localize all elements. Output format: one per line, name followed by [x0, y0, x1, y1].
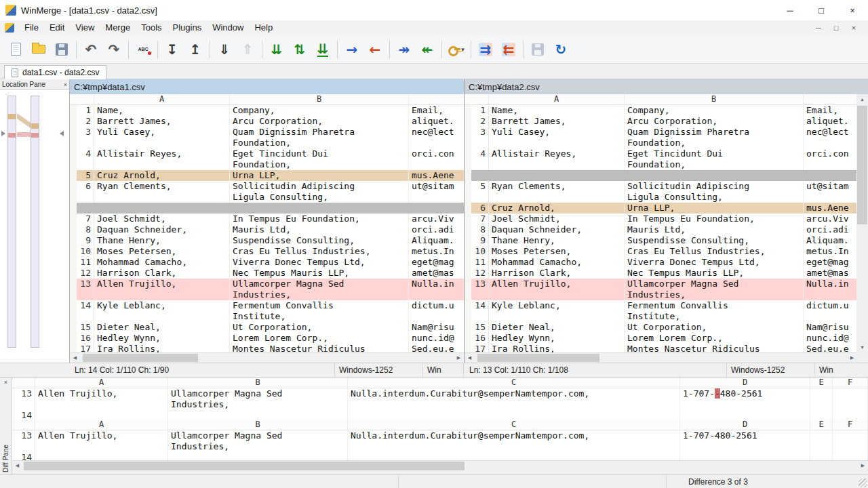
location-bar-right[interactable] [31, 96, 39, 348]
csv-row-10[interactable]: 10Moses Petersen,Cras Eu Tellus Industri… [70, 246, 464, 257]
child-minimize-button[interactable]: ─ [810, 24, 827, 32]
scroll-thumb[interactable] [24, 462, 465, 470]
csv-row-3[interactable]: 3Yuli Casey,Quam Dignissim PharetraFound… [70, 127, 464, 148]
csv-row-12[interactable]: 12Harrison Clark,Nec Tempus Mauris LLP,a… [465, 268, 857, 279]
csv-row-9[interactable]: 9Thane Henry,Suspendisse Consulting,Aliq… [465, 235, 857, 246]
diff-row-13[interactable]: 13Allen Trujillo,Ullamcorper Magna SedIn… [12, 388, 868, 410]
csv-row-2[interactable]: 2Barrett James,Arcu Corporation,aliquet. [465, 116, 857, 127]
scroll-right-button[interactable]: ▶ [454, 353, 464, 363]
toolbar-prev-file-diff-button[interactable]: ⇑ [236, 38, 259, 61]
diff-pane-close-button[interactable]: × [4, 379, 7, 386]
scroll-track[interactable] [80, 353, 454, 363]
scroll-right-button[interactable]: ▶ [847, 353, 857, 363]
csv-row-1[interactable]: 1Name,Company,Email, [70, 105, 464, 116]
toolbar-copy-right-and-advance-button[interactable]: ↠ [393, 38, 416, 61]
scroll-right-button[interactable]: ▶ [858, 461, 868, 470]
toolbar-copy-left-and-advance-button[interactable]: ↞ [416, 38, 439, 61]
menu-plugins[interactable]: Plugins [167, 20, 208, 35]
toolbar-record-plugin-button[interactable]: ABC [132, 38, 155, 61]
column-header-b[interactable]: B [230, 94, 409, 105]
scroll-left-button[interactable]: ◀ [12, 461, 22, 470]
csv-row-7[interactable]: 7Joel Schmidt,In Tempus Eu Foundation,ar… [70, 214, 464, 224]
diff-horizontal-scrollbar[interactable]: ◀ ▶ [12, 460, 868, 471]
toolbar-undo-button[interactable]: ↶ [79, 38, 102, 61]
csv-row-15[interactable]: 15Dieter Neal,Ut Corporation,Nam@risu [465, 322, 857, 333]
diff-row-14[interactable]: 14 [12, 410, 868, 420]
scroll-thumb[interactable] [83, 354, 198, 362]
toolbar-current-difference-button[interactable]: ⇅ [288, 38, 311, 61]
maximize-button[interactable]: □ [806, 0, 837, 20]
toolbar-next-line-diff-button[interactable]: ↧ [161, 38, 184, 61]
toolbar-save-button[interactable] [50, 38, 73, 61]
toolbar-options-button[interactable]: ▾ [445, 38, 468, 61]
menu-view[interactable]: View [70, 20, 100, 35]
csv-row-10[interactable]: 10Moses Petersen,Cras Eu Tellus Industri… [465, 246, 857, 257]
scroll-left-button[interactable]: ◀ [465, 353, 475, 363]
column-header-b[interactable]: B [625, 94, 804, 105]
column-header-a[interactable]: A [489, 94, 625, 105]
toolbar-copy-left-button[interactable]: ← [363, 38, 387, 61]
menu-window[interactable]: Window [207, 20, 249, 35]
csv-row-13[interactable]: 13Allen Trujillo,Ullamcorper Magna SedIn… [465, 279, 857, 300]
scroll-thumb[interactable] [477, 354, 599, 362]
toolbar-copy-right-button[interactable]: → [340, 38, 363, 61]
csv-row-11[interactable]: 11Mohammad Camacho,Viverra Donec Tempus … [70, 257, 464, 268]
right-horizontal-scrollbar[interactable]: ◀ ▶ [465, 352, 857, 363]
child-close-button[interactable]: × [845, 24, 863, 32]
scroll-up-button[interactable]: ▲ [856, 94, 868, 104]
scroll-thumb[interactable] [857, 106, 867, 224]
csv-row-5[interactable]: 5Cruz Arnold,Urna LLP,mus.Aene [70, 170, 464, 181]
left-file-path-header[interactable]: C:¥tmp¥data1.csv [70, 79, 464, 94]
location-bar-left[interactable] [7, 96, 16, 348]
scroll-track[interactable] [856, 104, 868, 342]
menu-file[interactable]: File [19, 20, 44, 35]
csv-row-8[interactable]: 8Daquan Schneider,Mauris Ltd,orci.adi [70, 224, 464, 235]
csv-row-17[interactable]: 17Ira Rollins,Montes Nascetur RidiculusS… [465, 344, 857, 352]
csv-row-15[interactable]: 15Dieter Neal,Ut Corporation,Nam@risu [70, 322, 464, 333]
right-file-path-header[interactable]: C:¥tmp¥data2.csv [465, 79, 868, 94]
toolbar-open-button[interactable] [27, 38, 50, 61]
csv-row-17[interactable]: 17Ira Rollins,Montes Nascetur RidiculusS… [70, 344, 464, 352]
csv-row-6[interactable]: 6Ryan Clements,Sollicitudin AdipiscingLi… [70, 181, 464, 203]
menu-merge[interactable]: Merge [100, 20, 136, 35]
toolbar-copy-all-right-button[interactable]: ⇉ [474, 38, 497, 61]
csv-row-9[interactable]: 9Thane Henry,Suspendisse Consulting,Aliq… [70, 235, 464, 246]
csv-row-4[interactable]: 4Allistair Reyes,Eget Tincidunt DuiFound… [70, 148, 464, 170]
toolbar-prev-line-diff-button[interactable]: ↥ [184, 38, 207, 61]
toolbar-save-all-button[interactable] [526, 38, 549, 61]
toolbar-next-difference-button[interactable]: ⇊ [265, 38, 288, 61]
close-button[interactable]: × [837, 0, 868, 20]
csv-row-6[interactable]: 6Cruz Arnold,Urna LLP,mus.Aene [465, 203, 857, 214]
scroll-left-button[interactable]: ◀ [70, 353, 80, 363]
left-horizontal-scrollbar[interactable]: ◀ ▶ [70, 352, 464, 363]
scroll-track[interactable] [475, 353, 847, 363]
resize-grip[interactable] [859, 479, 867, 487]
toolbar-refresh-button[interactable]: ↻ [549, 38, 572, 61]
scroll-track[interactable] [22, 461, 858, 471]
csv-row-8[interactable]: 8Daquan Schneider,Mauris Ltd,orci.adi [465, 224, 857, 235]
menu-edit[interactable]: Edit [44, 20, 70, 35]
csv-row-3[interactable]: 3Yuli Casey,Quam Dignissim PharetraFound… [465, 127, 857, 148]
csv-row-13[interactable]: 13Allen Trujillo,Ullamcorper Magna SedIn… [70, 279, 464, 300]
csv-row-16[interactable]: 16Hedley Wynn,Lorem Lorem Corp.,nunc.id@ [465, 333, 857, 344]
csv-row-11[interactable]: 11Mohammad Camacho,Viverra Donec Tempus … [465, 257, 857, 268]
csv-row-5[interactable]: 5Ryan Clements,Sollicitudin AdipiscingLi… [465, 181, 857, 203]
vertical-scrollbar[interactable]: ▲ ▼ [856, 94, 868, 352]
minimize-button[interactable]: ─ [774, 0, 806, 20]
child-restore-button[interactable]: □ [827, 24, 845, 32]
toolbar-last-difference-button[interactable]: ⇊ [311, 38, 334, 61]
scroll-down-button[interactable]: ▼ [856, 342, 868, 352]
diff-row-14[interactable]: 14 [12, 452, 868, 460]
menu-tools[interactable]: Tools [136, 20, 167, 35]
column-header-a[interactable]: A [94, 94, 230, 105]
toolbar-redo-button[interactable]: ↷ [102, 38, 125, 61]
toolbar-copy-all-left-button[interactable]: ⇇ [497, 38, 520, 61]
csv-row-14[interactable]: 14Kyle Leblanc,Fermentum ConvallisInstit… [70, 300, 464, 322]
location-map[interactable] [0, 90, 69, 363]
csv-row-7[interactable]: 7Joel Schmidt,In Tempus Eu Foundation,ar… [465, 214, 857, 224]
toolbar-next-file-diff-button[interactable]: ⇓ [213, 38, 236, 61]
csv-row-2[interactable]: 2Barrett James,Arcu Corporation,aliquet. [70, 116, 464, 127]
csv-row-14[interactable]: 14Kyle Leblanc,Fermentum ConvallisInstit… [465, 300, 857, 322]
csv-row-16[interactable]: 16Hedley Wynn,Lorem Lorem Corp.,nunc.id@ [70, 333, 464, 344]
location-pane-close-button[interactable]: × [64, 81, 67, 88]
